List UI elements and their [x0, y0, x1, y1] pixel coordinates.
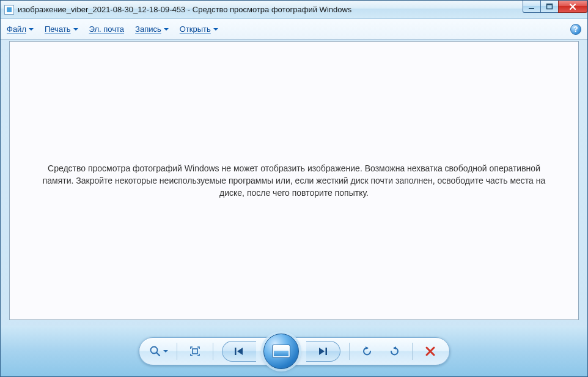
- titlebar: изображение_viber_2021-08-30_12-18-09-45…: [1, 1, 587, 19]
- slideshow-icon: [272, 345, 290, 358]
- rotate-cw-button[interactable]: [385, 342, 403, 360]
- next-button[interactable]: [306, 341, 340, 362]
- svg-rect-0: [529, 8, 534, 9]
- divider: [177, 343, 177, 360]
- svg-rect-9: [326, 348, 328, 355]
- menubar: Файл Печать Эл. почта Запись Открыть ?: [1, 19, 587, 40]
- divider: [213, 343, 213, 360]
- error-message: Средство просмотра фотографий Windows не…: [34, 162, 554, 200]
- chevron-down-icon: [163, 350, 168, 353]
- menu-email[interactable]: Эл. почта: [89, 24, 125, 34]
- maximize-icon: [546, 3, 553, 10]
- svg-marker-8: [319, 348, 325, 355]
- app-icon: [4, 5, 14, 15]
- svg-rect-2: [546, 4, 553, 6]
- menu-file[interactable]: Файл: [7, 24, 34, 34]
- menu-print-label: Печать: [45, 24, 71, 34]
- delete-button[interactable]: [421, 342, 439, 360]
- menu-file-label: Файл: [7, 24, 26, 34]
- chevron-down-icon: [29, 28, 34, 31]
- window: изображение_viber_2021-08-30_12-18-09-45…: [0, 0, 588, 377]
- minimize-icon: [528, 3, 535, 10]
- menu-open-label: Открыть: [180, 24, 211, 34]
- divider: [412, 343, 413, 360]
- magnifier-icon: [149, 345, 161, 357]
- divider: [349, 343, 350, 360]
- previous-button[interactable]: [222, 341, 256, 362]
- toolbar: [139, 337, 450, 365]
- chevron-down-icon: [73, 28, 78, 31]
- window-title: изображение_viber_2021-08-30_12-18-09-45…: [18, 5, 587, 14]
- svg-line-4: [156, 353, 160, 356]
- slideshow-button[interactable]: [263, 334, 299, 369]
- help-icon: ?: [573, 25, 578, 34]
- next-icon: [317, 346, 328, 356]
- zoom-button[interactable]: [149, 342, 168, 360]
- window-controls: [523, 1, 587, 13]
- menu-print[interactable]: Печать: [45, 24, 78, 34]
- delete-icon: [425, 346, 436, 357]
- previous-icon: [233, 346, 244, 356]
- svg-marker-10: [366, 346, 369, 349]
- close-button[interactable]: [558, 1, 587, 13]
- chevron-down-icon: [213, 28, 218, 31]
- maximize-button[interactable]: [540, 1, 559, 13]
- rotate-ccw-button[interactable]: [358, 342, 377, 360]
- chevron-down-icon: [164, 28, 169, 31]
- menu-open[interactable]: Открыть: [180, 24, 218, 34]
- svg-marker-11: [393, 346, 396, 349]
- image-viewport: Средство просмотра фотографий Windows не…: [9, 41, 579, 320]
- footer: [1, 326, 587, 376]
- help-button[interactable]: ?: [570, 24, 581, 35]
- rotate-ccw-icon: [361, 345, 373, 357]
- svg-rect-5: [193, 349, 197, 354]
- close-icon: [568, 2, 577, 11]
- menu-burn-label: Запись: [135, 24, 161, 34]
- fit-icon: [189, 345, 201, 357]
- svg-marker-7: [237, 348, 243, 355]
- svg-rect-6: [235, 348, 237, 355]
- fit-button[interactable]: [186, 342, 204, 360]
- menu-burn[interactable]: Запись: [135, 24, 169, 34]
- minimize-button[interactable]: [523, 1, 541, 13]
- rotate-cw-icon: [388, 345, 400, 357]
- menu-email-label: Эл. почта: [89, 24, 125, 34]
